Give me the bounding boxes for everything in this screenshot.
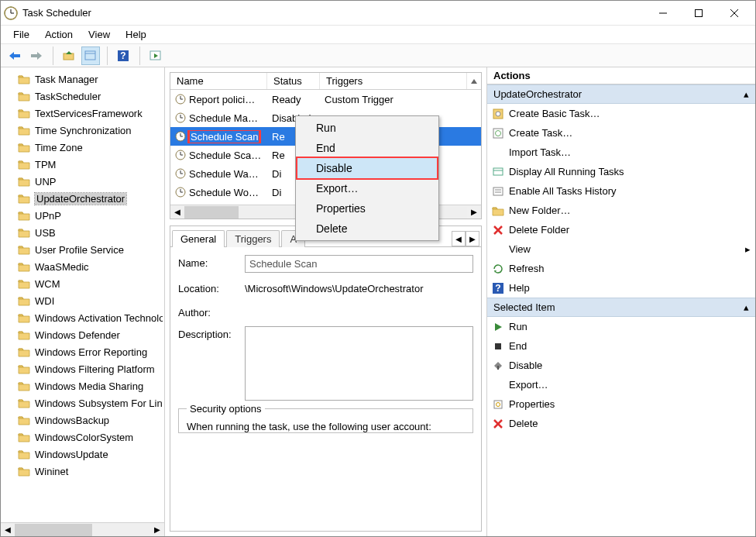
tree-pane: Task ManagerTaskSchedulerTextServicesFra… [1, 67, 165, 536]
tab-triggers[interactable]: Triggers [226, 230, 280, 247]
actions-group-selected[interactable]: Selected Item ▴ [487, 298, 755, 317]
col-status[interactable]: Status [267, 73, 320, 89]
action-item[interactable]: Export… [487, 375, 755, 394]
tree-item[interactable]: WindowsBackup [4, 411, 163, 429]
action-label: Help [509, 282, 530, 294]
tree-item[interactable]: TPM [4, 156, 163, 173]
action-item[interactable]: Enable All Tasks History [487, 181, 755, 201]
tree-item[interactable]: Wininet [4, 463, 163, 480]
action-label: Display All Running Tasks [509, 166, 624, 177]
context-menu-item[interactable]: Export… [297, 178, 437, 198]
tree-item[interactable]: Windows Subsystem For Linux [4, 394, 163, 411]
col-name[interactable]: Name [170, 73, 267, 89]
tree-item-label: Windows Filtering Platform [35, 363, 155, 375]
tab-general[interactable]: General [172, 230, 225, 247]
tree-item[interactable]: WDI [4, 292, 163, 309]
scroll-left-icon[interactable]: ◄ [1, 524, 15, 536]
tree-item[interactable]: Windows Filtering Platform [4, 360, 163, 377]
scroll-up-icon[interactable] [467, 77, 481, 85]
action-item[interactable]: End [487, 336, 755, 356]
none-icon [492, 379, 504, 391]
tree-item[interactable]: TaskScheduler [4, 88, 163, 105]
back-button[interactable] [5, 46, 24, 65]
tree-item[interactable]: UpdateOrchestrator [4, 190, 163, 207]
context-menu-item[interactable]: Delete [297, 219, 437, 239]
label-author: Author: [178, 305, 245, 318]
action-item[interactable]: ?Help [487, 278, 755, 298]
menu-help[interactable]: Help [118, 27, 154, 42]
maximize-button[interactable] [681, 1, 716, 26]
svg-text:?: ? [120, 50, 125, 61]
toolbar: ? [1, 44, 755, 67]
tree-item[interactable]: Windows Defender [4, 326, 163, 343]
none-icon [492, 146, 504, 159]
svg-text:?: ? [495, 283, 500, 294]
tree-item-label: WaaSMedic [35, 261, 89, 273]
col-triggers[interactable]: Triggers [320, 73, 467, 89]
tree-horizontal-scrollbar[interactable]: ◄ ► [1, 522, 164, 536]
tab-nav-left-icon[interactable]: ◄ [452, 231, 466, 246]
tree-item-label: USB [35, 227, 56, 239]
context-menu-item[interactable]: End [297, 138, 437, 158]
action-item[interactable]: Create Task… [487, 123, 755, 143]
action-item[interactable]: Disable [487, 356, 755, 375]
tree-item[interactable]: USB [4, 224, 163, 241]
window-controls [645, 1, 752, 26]
tree-item-label: WindowsUpdate [35, 449, 108, 460]
tree-item[interactable]: Windows Media Sharing [4, 377, 163, 394]
action-item[interactable]: Run [487, 317, 755, 336]
menu-file[interactable]: File [5, 27, 37, 42]
wizard-icon [492, 108, 504, 120]
tree-item[interactable]: WaaSMedic [4, 258, 163, 275]
context-menu[interactable]: RunEndDisableExport…PropertiesDelete [295, 115, 439, 241]
action-item[interactable]: Delete Folder [487, 220, 755, 239]
svg-point-40 [496, 112, 500, 116]
action-item[interactable]: View▸ [487, 239, 755, 259]
scroll-left-icon[interactable]: ◄ [170, 206, 184, 219]
tree-item[interactable]: Time Zone [4, 139, 163, 156]
scroll-right-icon[interactable]: ► [467, 206, 481, 219]
context-menu-item[interactable]: Run [297, 118, 437, 138]
action-item[interactable]: New Folder… [487, 201, 755, 220]
menu-view[interactable]: View [81, 27, 118, 42]
minimize-button[interactable] [645, 1, 681, 26]
tree-item[interactable]: TextServicesFramework [4, 105, 163, 122]
tree-item[interactable]: Windows Error Reporting [4, 343, 163, 360]
action-item[interactable]: Delete [487, 414, 755, 433]
tree-item[interactable]: WCM [4, 275, 163, 292]
tree-item[interactable]: User Profile Service [4, 241, 163, 258]
close-button[interactable] [716, 1, 752, 26]
action-item[interactable]: Create Basic Task… [487, 104, 755, 123]
tab-nav-right-icon[interactable]: ► [466, 231, 479, 246]
run-task-icon[interactable] [146, 46, 165, 65]
context-menu-item[interactable]: Disable [297, 158, 437, 178]
help-icon[interactable]: ? [114, 46, 132, 65]
field-description[interactable] [245, 326, 473, 401]
folder-tree[interactable]: Task ManagerTaskSchedulerTextServicesFra… [1, 67, 164, 522]
folder-up-icon[interactable] [60, 46, 78, 65]
task-row[interactable]: Report polici…ReadyCustom Trigger [170, 90, 481, 108]
forward-button[interactable] [27, 46, 46, 65]
actions-group-update[interactable]: UpdateOrchestrator ▴ [487, 84, 755, 104]
tree-item[interactable]: Task Manager [4, 71, 163, 88]
security-text: When running the task, use the following… [187, 421, 465, 432]
tree-item[interactable]: WindowsUpdate [4, 446, 163, 463]
action-item[interactable]: Import Task… [487, 143, 755, 162]
view-toggle-icon[interactable] [81, 46, 100, 65]
field-name[interactable]: Schedule Scan [245, 255, 473, 273]
tree-item[interactable]: Time Synchronization [4, 122, 163, 139]
label-description: Description: [178, 326, 245, 340]
scroll-right-icon[interactable]: ► [150, 524, 164, 536]
action-item[interactable]: Display All Running Tasks [487, 162, 755, 181]
tree-item[interactable]: Windows Activation Technologies [4, 309, 163, 326]
menu-action[interactable]: Action [37, 27, 81, 42]
context-menu-item[interactable]: Properties [297, 198, 437, 219]
scroll-thumb[interactable] [15, 524, 92, 536]
tree-item[interactable]: UNP [4, 173, 163, 190]
scroll-thumb[interactable] [184, 206, 239, 219]
tree-item[interactable]: WindowsColorSystem [4, 429, 163, 446]
actions-group-title: Selected Item [493, 301, 555, 313]
tree-item[interactable]: UPnP [4, 207, 163, 224]
action-item[interactable]: Properties [487, 394, 755, 414]
action-item[interactable]: Refresh [487, 259, 755, 278]
